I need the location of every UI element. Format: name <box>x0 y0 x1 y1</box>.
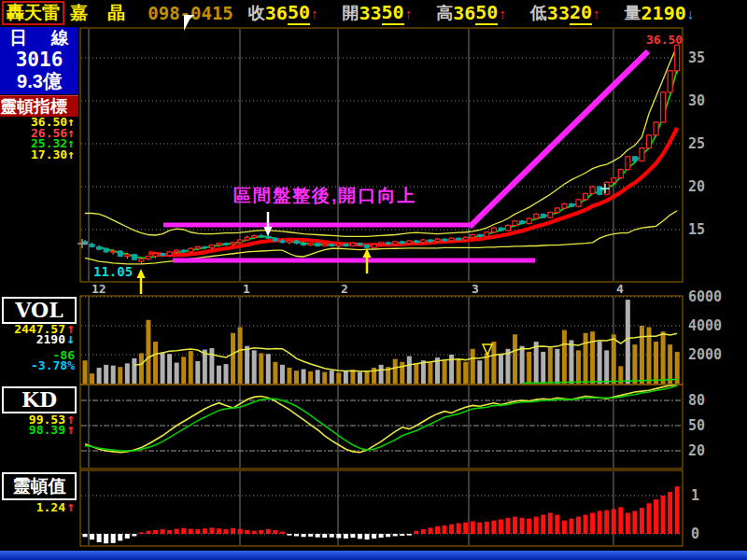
stock-code: 3016 <box>0 49 78 71</box>
quote-bar: 轟天雷 嘉 晶 098-0415 收3650↑ 開3350↑ 高3650↑ 低3… <box>0 0 747 26</box>
svg-text:20: 20 <box>688 442 705 459</box>
bottom-taskbar <box>0 551 747 560</box>
svg-text:30: 30 <box>688 92 705 109</box>
svg-text:4000: 4000 <box>688 317 722 334</box>
quote-high: 高3650↑ <box>436 1 506 25</box>
down-arrow-icon: ↓ <box>687 6 695 21</box>
svg-text:50: 50 <box>688 417 705 434</box>
kd-panel-button[interactable]: KD <box>2 386 77 413</box>
svg-text:36.50: 36.50 <box>646 33 683 47</box>
svg-text:11.05: 11.05 <box>93 264 133 279</box>
price-panel: 3530252015 <box>81 46 705 264</box>
svg-text:12: 12 <box>92 282 106 296</box>
svg-text:1: 1 <box>243 282 250 296</box>
stock-selector-button[interactable]: 轟天雷 <box>2 1 64 25</box>
quote-low: 低3320↑ <box>530 1 600 25</box>
app-window: 1212343530252015區間盤整後,開口向上36.5011.056000… <box>0 0 747 560</box>
quote-fields: 收3650↑ 開3350↑ 高3650↑ 低3320↑ 量2190↓ <box>248 1 694 25</box>
volume-change-pct: -3.78% <box>0 360 75 371</box>
svg-text:2000: 2000 <box>688 346 722 363</box>
svg-text:3: 3 <box>472 282 479 296</box>
x-axis-month-labels: 121234 <box>92 282 624 296</box>
chart-canvas[interactable]: 1212343530252015區間盤整後,開口向上36.5011.056000… <box>0 0 747 560</box>
stock-name: 嘉 晶 <box>70 1 133 25</box>
kd-panel: 805020 <box>81 385 705 459</box>
volume-panel: 600040002000 <box>81 288 722 384</box>
turnover-amount: 9.3億 <box>0 71 78 92</box>
mouse-cursor-icon <box>184 15 194 31</box>
volume-last-value: 2190↓ <box>0 334 75 345</box>
svg-text:2: 2 <box>341 282 348 296</box>
svg-text:25: 25 <box>688 135 705 152</box>
up-arrow-icon: ↑ <box>66 498 75 515</box>
svg-text:35: 35 <box>688 49 705 66</box>
svg-text:80: 80 <box>688 392 705 409</box>
trendline-drawings <box>163 51 648 260</box>
ling-panel: 10 <box>81 486 699 543</box>
indicator-values: 36.50↑ 26.56↑ 25.32↑ 17.30↑ <box>0 117 75 160</box>
period-label: 日 線 <box>0 27 78 49</box>
ling-panel-button[interactable]: 靈頓值 <box>2 472 77 500</box>
svg-text:區間盤整後,開口向上: 區間盤整後,開口向上 <box>233 186 416 205</box>
up-arrow-icon: ↑ <box>311 6 318 21</box>
indicator-value: 17.30↑ <box>0 149 75 161</box>
svg-text:20: 20 <box>688 178 705 195</box>
kd-d-value: 98.39↑ <box>0 425 75 436</box>
up-arrow-icon: ↑ <box>405 6 413 21</box>
period-selector[interactable]: 日 線 3016 9.3億 <box>0 27 78 94</box>
svg-text:1: 1 <box>691 487 699 504</box>
ling-value: 1.24↑ <box>0 502 75 513</box>
indicator-title-button[interactable]: 靈頓指標 <box>0 95 78 117</box>
volume-panel-button[interactable]: VOL <box>2 297 77 324</box>
svg-text:4: 4 <box>616 282 624 296</box>
quote-close: 收3650↑ <box>248 1 318 25</box>
up-arrow-icon: ↑ <box>593 6 600 21</box>
svg-text:6000: 6000 <box>688 288 722 305</box>
candlestick-layer <box>83 45 680 263</box>
quote-volume: 量2190↓ <box>625 1 695 25</box>
down-arrow-icon: ↓ <box>66 330 75 347</box>
svg-text:15: 15 <box>688 221 705 238</box>
up-arrow-icon: ↑ <box>66 421 75 438</box>
quote-open: 開3350↑ <box>342 1 412 25</box>
up-arrow-icon: ↑ <box>499 6 506 21</box>
svg-text:0: 0 <box>691 525 699 542</box>
